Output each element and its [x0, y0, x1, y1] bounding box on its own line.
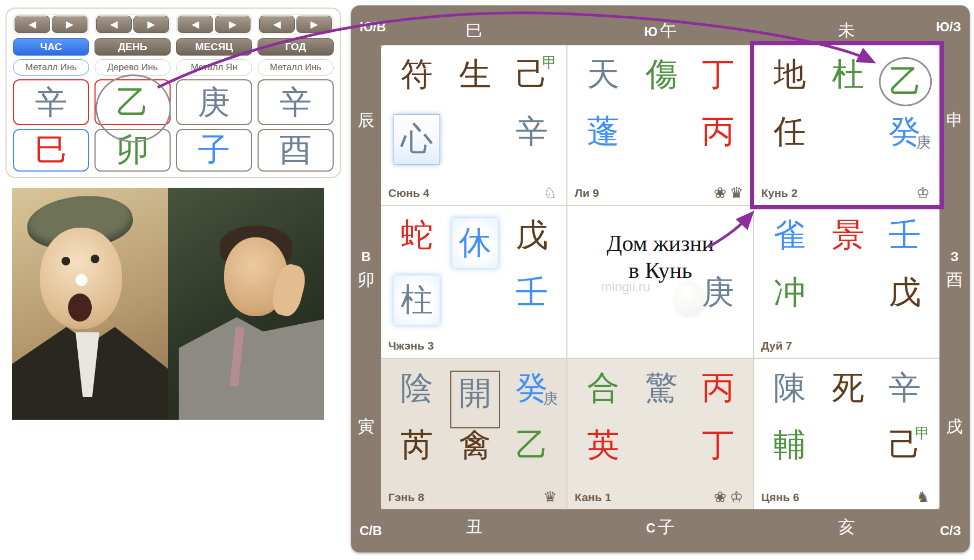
palace-char-cell: 生 [449, 57, 501, 92]
palace-char: 丙 [702, 371, 734, 406]
palace-char: 休 [452, 218, 498, 268]
palace-char-cell: 己甲 [879, 428, 931, 463]
small-stem-superscript: 甲 [542, 55, 557, 71]
day-branch: 卯 [117, 134, 149, 166]
palace-char: 生 [459, 57, 491, 92]
tab-year[interactable]: ГОД [258, 38, 334, 56]
palace-char-cell: 休 [449, 218, 501, 268]
small-stem-subscript: 庚 [916, 135, 931, 151]
photo-right-man [168, 188, 324, 420]
palace-char: 辛 [516, 114, 548, 149]
compass-branch-chen: 辰 [351, 109, 381, 132]
king-outline-icon: ♔ [916, 185, 933, 201]
palace-char-cell: 蛇 [391, 218, 443, 253]
compass-branch-wei: 未 [838, 19, 855, 42]
palace-icons: ♔ [916, 184, 933, 202]
month-next-button[interactable]: ▶ [215, 16, 251, 33]
palace-char: 驚 [645, 371, 678, 406]
compass-branch-you: 酉 [946, 269, 963, 291]
hour-branch: 巳 [35, 134, 67, 166]
palace-char-cell: 戊 [879, 275, 931, 310]
palace-char: 芮 [401, 428, 433, 463]
palace-char-cell: 乙 [879, 57, 931, 106]
crown-solid-icon: ♛ [543, 489, 560, 506]
month-branch-box[interactable]: 子 [176, 129, 252, 172]
day-stem-box[interactable]: 乙 [94, 79, 171, 125]
tab-hour[interactable]: ЧАС [13, 38, 89, 56]
palace-char: 天 [587, 57, 619, 92]
palace-char: 任 [774, 114, 806, 149]
compass-ne: С/В [360, 523, 382, 538]
pillar-column-day: ◀ ▶ ДЕНЬ Дерево Инь 乙 卯 [94, 14, 171, 172]
palace-char-cell: 癸庚 [506, 371, 558, 406]
month-stem-box[interactable]: 庚 [176, 79, 252, 125]
palace-zhen-3[interactable]: Чжэнь 3 蛇休戊柱壬 [381, 206, 566, 358]
year-prev-button[interactable]: ◀ [259, 16, 295, 33]
palace-char: 己甲 [889, 428, 921, 463]
palace-char: 死 [832, 371, 864, 406]
prev-icon: ◀ [192, 18, 199, 30]
palace-kan-1[interactable]: Кань 1❀♔ 合驚丙英丁 [567, 359, 753, 509]
palace-li-9[interactable]: Ли 9❀♛ 天傷丁蓬丙 [567, 45, 753, 205]
tab-month[interactable]: МЕСЯЦ [176, 38, 252, 56]
prev-icon: ◀ [273, 18, 281, 30]
palace-char: 壬 [889, 218, 921, 253]
palace-char-cell: 壬 [879, 218, 931, 253]
year-next-button[interactable]: ▶ [296, 16, 332, 33]
palace-name: Сюнь 4 [388, 187, 429, 200]
palace-name: Дуй 7 [761, 339, 792, 352]
palace-char: 蓬 [587, 114, 619, 149]
palace-char-cell: 心 [391, 114, 443, 165]
palace-qian-6[interactable]: Цянь 6♞ 陳死辛輔己甲 [754, 359, 939, 509]
small-stem-superscript: 甲 [915, 426, 930, 441]
year-branch-box[interactable]: 酉 [258, 129, 334, 172]
hour-stem-box[interactable]: 辛 [13, 79, 89, 125]
next-icon: ▶ [66, 18, 73, 30]
small-stem-subscript: 庚 [543, 391, 558, 407]
palace-char: 符 [401, 57, 433, 92]
palace-char-cell: 癸庚 [879, 114, 931, 149]
palace-char-cell: 辛 [506, 114, 558, 149]
palace-char: 丙 [702, 114, 734, 149]
hour-branch-box[interactable]: 巳 [13, 129, 89, 172]
king-outline-icon: ♔ [730, 489, 747, 506]
compass-branch-xu: 戌 [939, 415, 970, 438]
day-nav: ◀ ▶ [94, 14, 171, 35]
day-element-label: Дерево Инь [94, 59, 171, 76]
palace-char: 英 [587, 428, 619, 463]
palace-char-cell: 杜 [822, 57, 874, 92]
compass-n: С [646, 521, 655, 535]
palace-char-cell: 驚 [635, 371, 687, 406]
palace-char: 心 [394, 114, 440, 165]
month-prev-button[interactable]: ◀ [178, 16, 213, 33]
palace-xun-4[interactable]: Сюнь 4♘ 符生己甲心辛 [381, 45, 566, 205]
palace-char: 冲 [774, 275, 806, 310]
palace-char-cell: 輔 [764, 428, 816, 463]
palace-char-cell: 芮 [391, 428, 443, 463]
day-prev-button[interactable]: ◀ [96, 16, 132, 33]
prev-icon: ◀ [29, 18, 36, 30]
palace-char: 癸庚 [889, 114, 921, 149]
palace-name: Кань 1 [574, 491, 611, 504]
year-stem-box[interactable]: 辛 [258, 79, 334, 125]
year-branch: 酉 [280, 134, 312, 166]
palace-gen-8[interactable]: Гэнь 8♛ 陰開癸庚芮禽乙 [381, 359, 566, 509]
palace-name: Цянь 6 [761, 491, 800, 504]
hour-prev-button[interactable]: ◀ [15, 16, 50, 33]
day-next-button[interactable]: ▶ [133, 16, 169, 33]
month-element-label: Металл Ян [176, 59, 252, 76]
photo-eye [91, 255, 99, 263]
palace-icons: ♘ [543, 184, 560, 202]
compass-branch-mao: 卯 [358, 269, 375, 291]
hour-next-button[interactable]: ▶ [52, 16, 87, 33]
tab-day[interactable]: ДЕНЬ [94, 38, 171, 56]
palace-kun-2[interactable]: Кунь 2♔ 地杜乙任癸庚 [754, 45, 939, 205]
compass-se: Ю/В [360, 19, 386, 35]
next-icon: ▶ [229, 18, 236, 30]
compass-branch-wu: 午 [660, 21, 677, 40]
day-branch-box[interactable]: 卯 [94, 129, 171, 172]
palace-dui-7[interactable]: Дуй 7 雀景壬冲戊 [754, 206, 939, 358]
film-photo [12, 188, 324, 420]
day-stem: 乙 [117, 86, 149, 119]
pillar-column-hour: ◀ ▶ ЧАС Металл Инь 辛 巳 [13, 14, 89, 172]
